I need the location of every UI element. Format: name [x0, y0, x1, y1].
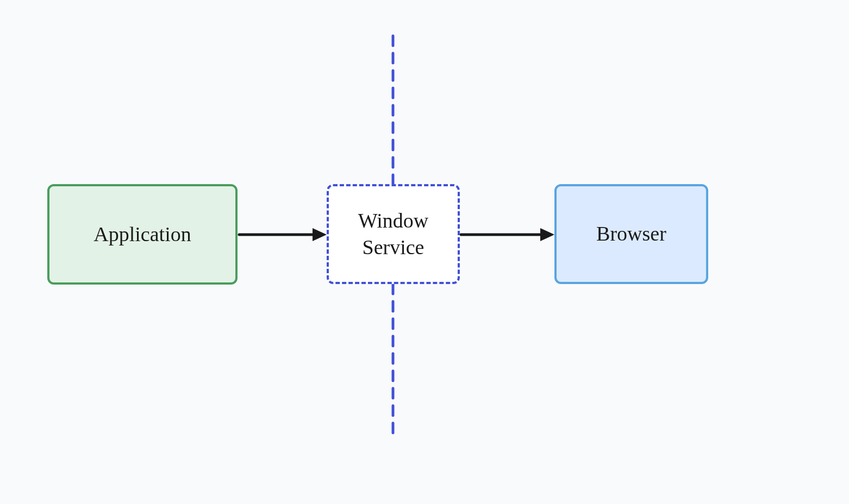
node-window-service-label: WindowService — [358, 207, 428, 261]
arrow-window-service-to-browser — [461, 228, 554, 241]
architecture-diagram: Application WindowService Browser — [0, 0, 849, 504]
svg-marker-3 — [540, 228, 554, 241]
node-window-service: WindowService — [327, 184, 460, 284]
node-browser: Browser — [554, 184, 708, 284]
svg-marker-1 — [313, 228, 327, 241]
node-browser-label: Browser — [596, 220, 666, 247]
arrow-application-to-window-service — [239, 228, 327, 241]
node-application: Application — [47, 184, 238, 285]
node-application-label: Application — [93, 221, 191, 248]
